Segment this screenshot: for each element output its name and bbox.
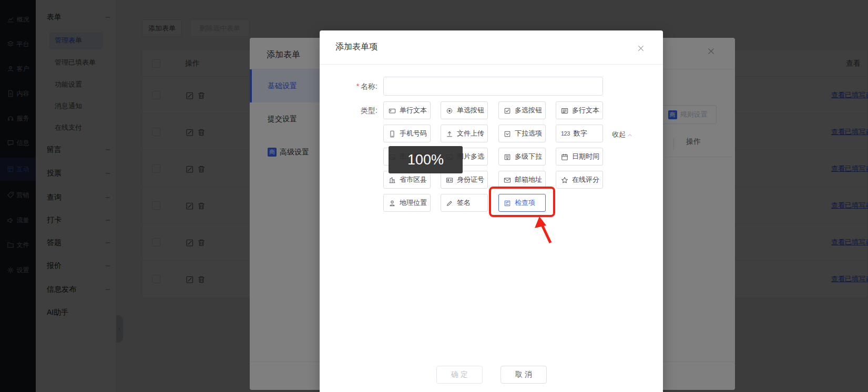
type-field-label: 类型: [330, 101, 377, 119]
cancel-button[interactable]: 取 消 [501, 366, 547, 384]
browser-zoom-indicator: 100% [389, 146, 463, 173]
field-type-label: 多行文本 [572, 106, 599, 115]
field-type-label: 手机号码 [400, 129, 427, 138]
idcard-icon [446, 176, 453, 184]
field-type-label: 地理位置 [400, 198, 427, 208]
field-type-label: 日期时间 [572, 152, 599, 161]
field-type-button[interactable]: 下拉选项 [498, 125, 546, 142]
required-asterisk: * [356, 82, 359, 90]
field-type-label: 在线评分 [572, 175, 599, 184]
field-type-button[interactable]: 多选按钮 [498, 101, 546, 119]
field-type-label: 邮箱地址 [515, 175, 542, 184]
field-type-label: 单选按钮 [457, 106, 484, 115]
field-type-button[interactable]: 省市区县 [383, 171, 431, 189]
close-icon[interactable] [637, 43, 647, 53]
field-type-button[interactable]: 多行文本 [556, 101, 603, 119]
number-123-icon: 123 [561, 130, 570, 137]
field-type-button[interactable]: 123数字 [556, 125, 603, 142]
checklist-icon [504, 199, 511, 207]
add-form-item-dialog: 添加表单项 *名称: 类型: 单行文本单选按钮多选按钮多行文本手机号码文件上传下… [320, 30, 663, 392]
field-type-button[interactable]: 单行文本 [383, 101, 431, 119]
annotation-arrow-icon [531, 215, 557, 246]
field-type-button[interactable]: 日期时间 [556, 148, 603, 166]
star-icon [561, 176, 568, 184]
textarea-icon [561, 106, 568, 115]
input-icon [389, 106, 396, 115]
field-type-button[interactable]: 手机号码 [383, 125, 431, 142]
signature-icon [446, 199, 453, 207]
field-type-button[interactable]: 身份证号 [441, 171, 488, 189]
radio-icon [446, 106, 453, 115]
field-type-label: 文件上传 [457, 129, 484, 138]
field-type-label: 下拉选项 [515, 129, 542, 138]
dialog-title: 添加表单项 [335, 42, 377, 53]
name-input[interactable] [383, 77, 603, 96]
upload-icon [446, 129, 453, 138]
select-icon [504, 129, 511, 138]
dialog-header-divider [320, 64, 663, 65]
collapse-types-link[interactable]: 收起 [612, 130, 632, 139]
region-icon [389, 176, 396, 184]
field-type-label: 数字 [574, 129, 587, 138]
field-type-label: 多选按钮 [515, 106, 542, 115]
field-type-label: 省市区县 [400, 175, 427, 184]
field-type-label: 单行文本 [400, 106, 427, 115]
chevron-up-icon [627, 131, 632, 139]
field-type-button[interactable]: 地理位置 [383, 194, 431, 212]
datetime-icon [561, 152, 568, 161]
checkbox-icon [504, 106, 511, 115]
confirm-button[interactable]: 确 定 [436, 366, 483, 384]
field-type-label: 签名 [457, 198, 471, 208]
location-icon [389, 199, 396, 207]
email-icon [504, 176, 511, 184]
field-type-button[interactable]: 在线评分 [556, 171, 603, 189]
name-field-label: *名称: [330, 77, 377, 96]
field-type-button[interactable]: 邮箱地址 [498, 171, 546, 189]
phone-icon [389, 129, 396, 138]
field-type-button[interactable]: 单选按钮 [441, 101, 488, 119]
cascade-icon [504, 152, 511, 161]
app-viewport: 概况平台客户内容服务信息互动营销流量文件设置 表单管理表单管理已填表单功能设置消… [0, 0, 868, 392]
field-type-label: 多级下拉 [515, 152, 542, 161]
field-type-button[interactable]: 签名 [441, 194, 488, 212]
field-type-label: 身份证号 [457, 175, 484, 184]
field-type-button[interactable]: 文件上传 [441, 125, 488, 142]
field-type-button-selected[interactable]: 检查项 [498, 194, 546, 212]
field-type-label: 检查项 [515, 198, 535, 208]
field-type-button[interactable]: 多级下拉 [498, 148, 546, 166]
